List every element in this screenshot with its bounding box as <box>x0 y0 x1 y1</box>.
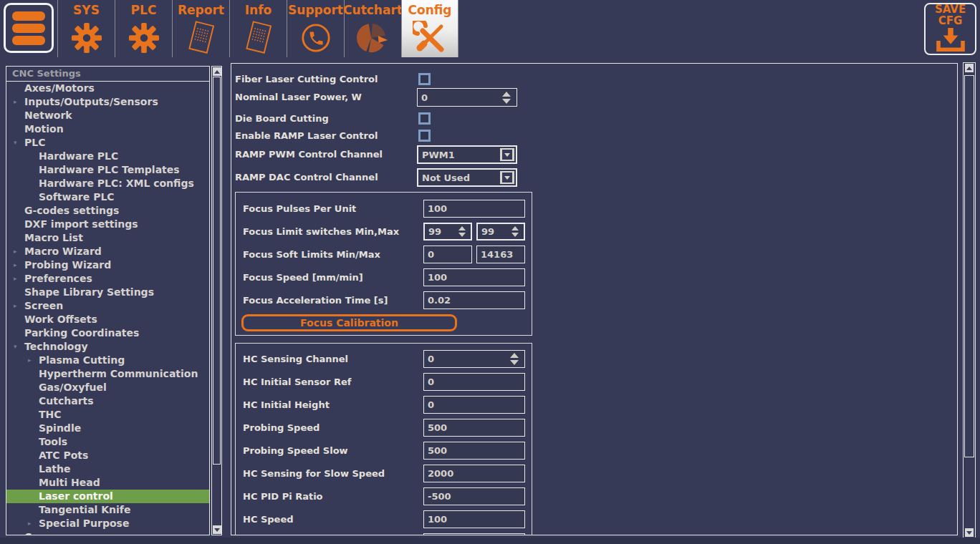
sidebar-item-dxf-import-settings[interactable]: DXF import settings <box>6 218 209 231</box>
sidebar-item-laser-control[interactable]: Laser control <box>6 490 209 503</box>
nominal-laser-power-w-spinbox[interactable]: 0 <box>417 88 517 107</box>
tree-item-label: ATC Pots <box>39 449 88 462</box>
sidebar-item-thc[interactable]: THC <box>6 408 209 422</box>
sidebar-item-g-codes-settings[interactable]: G-codes settings <box>6 204 209 218</box>
spin-down-icon[interactable] <box>510 360 519 365</box>
scroll-down-icon[interactable] <box>213 525 221 534</box>
sidebar-item-tangential-knife[interactable]: Tangential Knife <box>6 503 209 517</box>
collapsed-arrow-icon[interactable]: ▸ <box>28 354 32 367</box>
collapsed-arrow-icon[interactable]: ▸ <box>28 517 32 530</box>
spin-down-icon[interactable] <box>511 233 519 237</box>
sidebar-item-macro-wizard[interactable]: ▸Macro Wizard <box>6 245 209 258</box>
sidebar-item-cutcharts[interactable]: Cutcharts <box>6 394 209 408</box>
main-scrollbar[interactable] <box>963 62 976 539</box>
sidebar-item-technology[interactable]: ▾Technology <box>6 340 209 354</box>
hc-initial-height-input[interactable]: 0 <box>423 396 525 414</box>
tab-sys[interactable]: SYS <box>57 0 115 57</box>
hc-speed-input[interactable]: 100 <box>423 510 525 528</box>
focus-limit-switches-min-max-max-input[interactable]: 99 <box>476 223 525 241</box>
sidebar-item-special-purpose[interactable]: ▸Special Purpose <box>6 517 209 530</box>
focus-acceleration-time-s-input[interactable]: 0.02 <box>423 291 525 309</box>
sidebar-item-camera[interactable]: Camera <box>6 530 209 535</box>
sidebar-item-plasma-cutting[interactable]: ▸Plasma Cutting <box>6 354 209 367</box>
expanded-arrow-icon[interactable]: ▾ <box>14 340 17 354</box>
tab-plc[interactable]: PLC <box>115 0 172 57</box>
fiber-laser-cutting-control-checkbox[interactable] <box>418 73 431 85</box>
probing-speed-input[interactable]: 500 <box>423 419 525 437</box>
tab-config[interactable]: Config <box>401 0 458 57</box>
sidebar-item-shape-library-settings[interactable]: Shape Library Settings <box>6 286 209 299</box>
sidebar-item-macro-list[interactable]: Macro List <box>6 231 209 245</box>
sidebar-item-hypertherm-communication[interactable]: Hypertherm Communication <box>6 367 209 381</box>
collapsed-arrow-icon[interactable]: ▸ <box>14 272 17 286</box>
sidebar-item-parking-coordinates[interactable]: Parking Coordinates <box>6 326 209 340</box>
spin-up-icon[interactable] <box>502 92 511 97</box>
collapsed-arrow-icon[interactable]: ▸ <box>14 258 17 272</box>
sidebar-item-preferences[interactable]: ▸Preferences <box>6 272 209 286</box>
tab-cutchart[interactable]: Cutchart <box>344 0 401 57</box>
ramp-pwm-control-channel-combobox[interactable]: PWM1 <box>417 145 517 164</box>
tab-support[interactable]: Support <box>287 0 344 57</box>
focus-soft-limits-min-max-min-input[interactable]: 0 <box>423 246 472 263</box>
collapsed-arrow-icon[interactable]: ▸ <box>14 245 17 258</box>
sidebar-item-hardware-plc-xml-configs[interactable]: Hardware PLC: XML configs <box>6 177 209 190</box>
collapsed-arrow-icon[interactable]: ▸ <box>14 95 17 109</box>
focus-calibration-button[interactable]: Focus Calibration <box>241 314 457 331</box>
main-scrollbar-thumb[interactable] <box>964 75 974 457</box>
sidebar-item-screen[interactable]: ▸Screen <box>6 299 209 313</box>
sidebar-item-gas-oxyfuel[interactable]: Gas/Oxyfuel <box>6 381 209 394</box>
dropdown-arrow-icon[interactable] <box>500 148 514 161</box>
focus-soft-limits-min-max-max-input[interactable]: 14163 <box>476 246 525 263</box>
spin-up-icon[interactable] <box>511 226 519 230</box>
sidebar-item-software-plc[interactable]: Software PLC <box>6 190 209 204</box>
sidebar-item-axes-motors[interactable]: Axes/Motors <box>6 82 209 95</box>
sidebar-item-tools[interactable]: Tools <box>6 435 209 449</box>
focus-speed-mm-min-input[interactable]: 100 <box>423 268 525 286</box>
sidebar-item-spindle[interactable]: Spindle <box>6 422 209 435</box>
tree-item-label: Tangential Knife <box>39 503 130 517</box>
enable-ramp-laser-control-checkbox[interactable] <box>418 130 431 142</box>
spin-up-icon[interactable] <box>458 226 466 230</box>
sidebar-item-lathe[interactable]: Lathe <box>6 462 209 476</box>
sidebar-item-inputs-outputs-sensors[interactable]: ▸Inputs/Outputs/Sensors <box>6 95 209 109</box>
die-board-cutting-checkbox[interactable] <box>418 112 431 125</box>
tree-item-label: Cutcharts <box>39 394 94 408</box>
sidebar-item-hardware-plc[interactable]: Hardware PLC <box>6 150 209 163</box>
sidebar-item-probing-wizard[interactable]: ▸Probing Wizard <box>6 258 209 272</box>
expanded-arrow-icon[interactable]: ▾ <box>14 136 17 150</box>
dropdown-arrow-icon[interactable] <box>500 171 514 184</box>
scroll-up-icon[interactable] <box>965 64 974 72</box>
hc-sensing-for-slow-speed-input[interactable]: 2000 <box>423 465 525 482</box>
hamburger-menu-button[interactable] <box>4 3 54 53</box>
sidebar-item-atc-pots[interactable]: ATC Pots <box>6 449 209 462</box>
field-input[interactable] <box>423 533 525 535</box>
focus-limit-switches-min-max-min-input[interactable]: 99 <box>423 223 472 241</box>
tab-label: PLC <box>131 1 157 19</box>
probing-speed-slow-input[interactable]: 500 <box>423 442 525 460</box>
field-row: Nominal Laser Power, W0 <box>231 88 957 107</box>
sidebar-scrollbar[interactable] <box>211 66 222 535</box>
sidebar-item-multi-head[interactable]: Multi Head <box>6 476 209 490</box>
tab-info[interactable]: Info <box>229 0 287 57</box>
collapsed-arrow-icon[interactable]: ▸ <box>14 299 17 313</box>
hc-initial-sensor-ref-input[interactable]: 0 <box>423 373 525 391</box>
hc-sensing-channel-spinbox[interactable]: 0 <box>423 350 525 368</box>
sidebar-item-motion[interactable]: Motion <box>6 122 209 136</box>
sidebar-item-hardware-plc-templates[interactable]: Hardware PLC Templates <box>6 163 209 177</box>
focus-pulses-per-unit-input[interactable]: 100 <box>423 200 525 218</box>
hc-pid-pi-ratio-input[interactable]: -500 <box>423 487 525 505</box>
save-cfg-button[interactable]: SAVE CFG <box>924 3 976 55</box>
spin-down-icon[interactable] <box>458 233 466 237</box>
tree-item-label: Special Purpose <box>39 517 129 530</box>
sidebar-item-network[interactable]: Network <box>6 109 209 122</box>
field-value: -500 <box>428 488 451 505</box>
scroll-up-icon[interactable] <box>213 67 221 76</box>
tab-report[interactable]: Report <box>172 0 229 57</box>
ramp-dac-control-channel-combobox[interactable]: Not Used <box>417 168 517 187</box>
sidebar-item-work-offsets[interactable]: Work Offsets <box>6 313 209 326</box>
spin-down-icon[interactable] <box>502 99 511 104</box>
sidebar-scrollbar-thumb[interactable] <box>213 77 221 465</box>
scroll-down-icon[interactable] <box>965 528 974 537</box>
spin-up-icon[interactable] <box>510 353 519 358</box>
sidebar-item-plc[interactable]: ▾PLC <box>6 136 209 150</box>
